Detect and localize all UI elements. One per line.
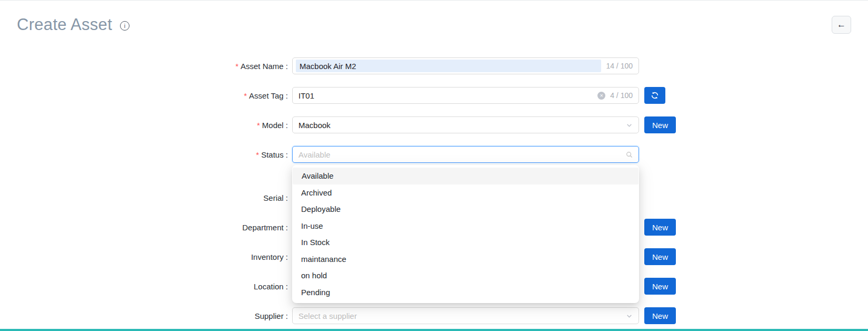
- page-title: Create Asset: [17, 15, 112, 35]
- asset-tag-label: *Asset Tag :: [17, 91, 288, 100]
- model-row: *Model : Macbook New: [17, 116, 868, 133]
- status-option[interactable]: Archived: [292, 184, 639, 201]
- model-label: *Model :: [17, 121, 288, 130]
- asset-name-input[interactable]: Macbook Air M2 14 / 100: [292, 57, 639, 74]
- new-model-button[interactable]: New: [644, 116, 676, 133]
- bottom-accent-bar: [0, 329, 868, 331]
- serial-label: Serial :: [17, 193, 288, 202]
- info-icon[interactable]: i: [120, 21, 129, 31]
- status-option[interactable]: In Stock: [292, 234, 639, 251]
- new-inventory-button[interactable]: New: [644, 248, 676, 265]
- status-select[interactable]: [292, 146, 639, 163]
- back-arrow-icon: ←: [837, 20, 846, 30]
- back-button[interactable]: ←: [832, 16, 851, 34]
- asset-name-counter: 14 / 100: [606, 62, 633, 70]
- status-option[interactable]: on hold: [292, 267, 639, 284]
- asset-tag-row: *Asset Tag : × 4 / 100: [17, 87, 868, 104]
- generate-tag-button[interactable]: [644, 87, 665, 104]
- model-select[interactable]: Macbook: [292, 116, 639, 133]
- page-header: Create Asset i ←: [0, 1, 868, 35]
- status-option[interactable]: Available: [293, 168, 638, 184]
- supplier-label: Supplier :: [17, 311, 288, 320]
- supplier-row: Supplier : New: [17, 307, 868, 324]
- status-row: *Status :: [17, 146, 868, 163]
- create-asset-form: *Asset Name : Macbook Air M2 14 / 100 *A…: [0, 57, 868, 324]
- required-asterisk: *: [244, 91, 247, 100]
- department-label: Department :: [17, 223, 288, 232]
- chevron-down-icon: [626, 313, 633, 319]
- location-label: Location :: [17, 282, 288, 291]
- required-asterisk: *: [256, 150, 259, 159]
- asset-tag-input[interactable]: × 4 / 100: [292, 87, 639, 104]
- supplier-select[interactable]: [292, 307, 639, 324]
- asset-name-label: *Asset Name :: [17, 62, 288, 71]
- inventory-label: Inventory :: [17, 252, 288, 261]
- status-option[interactable]: Pending: [292, 284, 639, 301]
- asset-name-value: Macbook Air M2: [296, 60, 601, 72]
- asset-name-row: *Asset Name : Macbook Air M2 14 / 100: [17, 57, 868, 74]
- model-value: Macbook: [298, 121, 622, 130]
- new-department-button[interactable]: New: [644, 219, 676, 236]
- search-icon: [626, 151, 633, 158]
- status-option[interactable]: Deployable: [292, 201, 639, 218]
- status-search-field[interactable]: [298, 150, 622, 159]
- status-option[interactable]: maintanance: [292, 251, 639, 268]
- clear-icon[interactable]: ×: [597, 92, 605, 100]
- required-asterisk: *: [235, 62, 238, 71]
- new-location-button[interactable]: New: [644, 278, 676, 295]
- chevron-down-icon: [626, 122, 633, 129]
- status-option[interactable]: In-use: [292, 218, 639, 235]
- asset-tag-text-field[interactable]: [298, 91, 597, 100]
- required-asterisk: *: [257, 121, 260, 130]
- status-dropdown: Available Archived Deployable In-use In …: [292, 165, 639, 303]
- new-supplier-button[interactable]: New: [644, 307, 676, 324]
- sync-icon: [651, 91, 659, 100]
- supplier-search-field[interactable]: [298, 311, 622, 320]
- title-wrap: Create Asset i: [17, 15, 129, 35]
- asset-tag-counter: 4 / 100: [610, 91, 633, 100]
- status-label: *Status :: [17, 150, 288, 159]
